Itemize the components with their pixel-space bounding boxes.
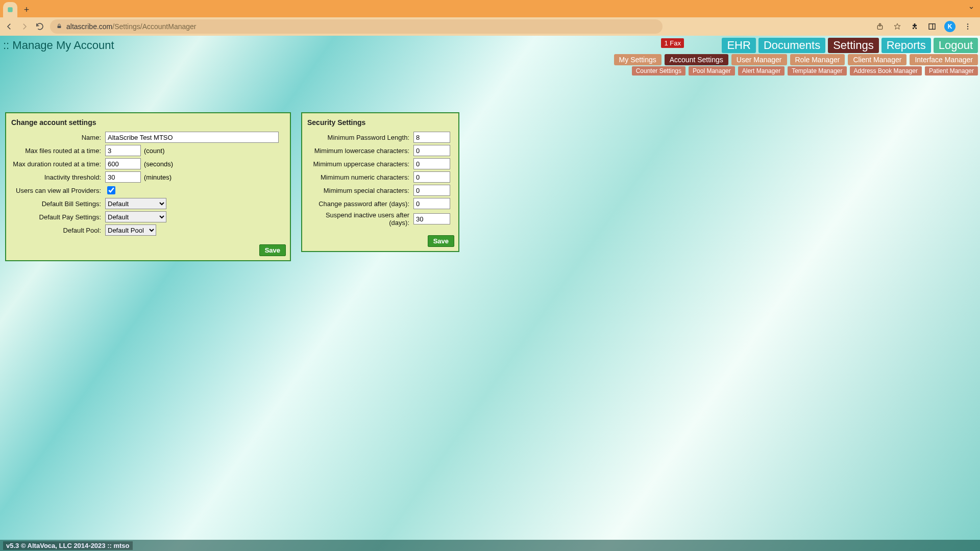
- svg-point-6: [967, 26, 968, 27]
- label-min-upper: Mimimum uppercase characters:: [306, 160, 413, 168]
- label-min-numeric: Mimimum numeric characters:: [306, 173, 413, 181]
- subnav-client-manager[interactable]: Client Manager: [848, 54, 906, 65]
- nav-logout[interactable]: Logout: [934, 38, 978, 53]
- app-header: :: Manage My Account 1 Fax EHR Documents…: [0, 36, 980, 71]
- max-files-input[interactable]: [105, 145, 141, 156]
- subsubnav-alert-manager[interactable]: Alert Manager: [738, 66, 785, 76]
- footer-text: v5.3 © AltaVoca, LLC 2014-2023 :: mtso: [3, 541, 133, 550]
- suffix-count: (count): [144, 147, 164, 155]
- label-change-after: Change password after (days):: [306, 200, 413, 208]
- suffix-seconds: (seconds): [144, 160, 173, 168]
- page-title: :: Manage My Account: [3, 39, 114, 52]
- suspend-after-input[interactable]: [413, 213, 450, 224]
- nav-settings[interactable]: Settings: [828, 38, 879, 53]
- label-inactivity: Inactivity threshold:: [10, 173, 105, 181]
- default-pool-select[interactable]: Default Pool: [105, 224, 156, 236]
- max-duration-input[interactable]: [105, 158, 141, 169]
- subnav-role-manager[interactable]: Role Manager: [790, 54, 845, 65]
- profile-avatar[interactable]: K: [944, 21, 955, 32]
- account-save-button[interactable]: Save: [259, 244, 286, 256]
- subnav-account-settings[interactable]: Account Settings: [665, 54, 728, 65]
- min-numeric-input[interactable]: [413, 171, 450, 183]
- label-bill-settings: Default Bill Settings:: [10, 200, 105, 208]
- extensions-icon[interactable]: [910, 21, 920, 32]
- sub-sub-nav: Counter Settings Pool Manager Alert Mana…: [632, 66, 978, 76]
- bookmark-star-icon[interactable]: [892, 21, 902, 32]
- forward-button: [19, 21, 30, 32]
- bill-settings-select[interactable]: Default: [105, 198, 166, 209]
- svg-rect-3: [929, 24, 935, 30]
- inactivity-input[interactable]: [105, 171, 141, 183]
- label-min-pw-len: Minimum Password Length:: [306, 134, 413, 141]
- browser-toolbar: altascribe.com/Settings/AccountManager K: [0, 17, 980, 36]
- subsubnav-patient-manager[interactable]: Patient Manager: [925, 66, 978, 76]
- view-providers-checkbox[interactable]: [107, 186, 115, 194]
- subsubnav-counter-settings[interactable]: Counter Settings: [632, 66, 685, 76]
- account-panel-title: Change account settings: [11, 118, 286, 127]
- fax-badge[interactable]: 1 Fax: [661, 38, 684, 48]
- svg-rect-1: [58, 26, 61, 28]
- footer-bar: v5.3 © AltaVoca, LLC 2014-2023 :: mtso: [0, 540, 980, 551]
- share-icon[interactable]: [875, 21, 885, 32]
- url-text: altascribe.com/Settings/AccountManager: [66, 22, 196, 31]
- label-max-duration: Max duration routed at a time:: [10, 160, 105, 168]
- content-area: Change account settings Name: Max files …: [0, 71, 980, 266]
- subnav-my-settings[interactable]: My Settings: [614, 54, 662, 65]
- account-settings-panel: Change account settings Name: Max files …: [5, 112, 291, 261]
- label-max-files: Max files routed at a time:: [10, 147, 105, 155]
- min-pw-len-input[interactable]: [413, 132, 450, 143]
- min-upper-input[interactable]: [413, 158, 450, 169]
- label-pay-settings: Default Pay Settings:: [10, 213, 105, 221]
- min-lower-input[interactable]: [413, 145, 450, 156]
- kebab-menu-icon[interactable]: [963, 21, 973, 32]
- subnav-user-manager[interactable]: User Manager: [731, 54, 787, 65]
- change-after-input[interactable]: [413, 198, 450, 209]
- label-min-special: Mimimum special characters:: [306, 187, 413, 194]
- nav-reports[interactable]: Reports: [881, 38, 931, 53]
- min-special-input[interactable]: [413, 185, 450, 196]
- label-default-pool: Default Pool:: [10, 227, 105, 234]
- label-view-providers: Users can view all Providers:: [10, 187, 105, 194]
- browser-tab-strip: +: [0, 0, 980, 17]
- subsubnav-template-manager[interactable]: Template Manager: [788, 66, 846, 76]
- svg-point-5: [967, 23, 968, 24]
- new-tab-button[interactable]: +: [20, 4, 33, 16]
- nav-documents[interactable]: Documents: [758, 38, 825, 53]
- browser-tab-active[interactable]: [3, 2, 17, 17]
- address-bar[interactable]: altascribe.com/Settings/AccountManager: [50, 19, 663, 34]
- tab-overflow-chevron-icon[interactable]: [968, 4, 975, 13]
- back-button[interactable]: [4, 21, 14, 32]
- label-min-lower: Mimimum lowercase characters:: [306, 147, 413, 155]
- security-panel-title: Security Settings: [307, 118, 454, 127]
- security-save-button[interactable]: Save: [428, 235, 454, 247]
- reload-button[interactable]: [35, 21, 45, 32]
- svg-rect-0: [8, 7, 12, 12]
- app-viewport: :: Manage My Account 1 Fax EHR Documents…: [0, 36, 980, 551]
- pay-settings-select[interactable]: Default: [105, 211, 166, 222]
- subsubnav-pool-manager[interactable]: Pool Manager: [689, 66, 735, 76]
- label-suspend-after: Suspend inactive users after (days):: [306, 211, 413, 227]
- label-name: Name:: [10, 134, 105, 141]
- nav-ehr[interactable]: EHR: [722, 38, 755, 53]
- name-input[interactable]: [105, 132, 279, 143]
- security-settings-panel: Security Settings Minimum Password Lengt…: [301, 112, 459, 252]
- side-panel-icon[interactable]: [927, 21, 937, 32]
- suffix-minutes: (minutes): [144, 173, 172, 181]
- site-favicon-icon: [7, 6, 14, 13]
- subsubnav-address-book-manager[interactable]: Address Book Manager: [850, 66, 922, 76]
- primary-nav: EHR Documents Settings Reports Logout: [722, 38, 978, 53]
- sub-nav: My Settings Account Settings User Manage…: [614, 54, 978, 65]
- subnav-interface-manager[interactable]: Interface Manager: [910, 54, 978, 65]
- lock-icon: [56, 23, 62, 31]
- svg-point-7: [967, 28, 968, 29]
